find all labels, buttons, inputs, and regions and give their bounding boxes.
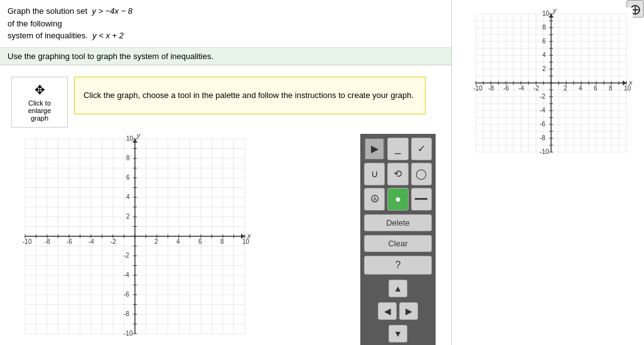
tool-hint: Click the graph, choose a tool in the pa… bbox=[74, 77, 426, 114]
delete-button[interactable]: Delete bbox=[364, 214, 432, 231]
instruction-text: Use the graphing tool to graph the syste… bbox=[8, 52, 213, 61]
enlarge-graph-button[interactable]: ✥ Click toenlargegraph bbox=[11, 77, 68, 128]
problem-line1: Graph the solution set y > −4x − 8 bbox=[8, 6, 132, 16]
toolbar-row-3: ☮ ● ━━ bbox=[364, 188, 432, 211]
dot-tool-button[interactable]: ● bbox=[387, 188, 408, 211]
right-graph-wrapper bbox=[457, 8, 633, 165]
circle-tool-button[interactable]: ◯ bbox=[411, 163, 432, 185]
inequality-2: y < x + 2 bbox=[92, 31, 124, 40]
enlarge-icon: ✥ bbox=[35, 82, 45, 97]
nav-up-row: ▲ bbox=[364, 280, 432, 297]
instruction-bar: Use the graphing tool to graph the syste… bbox=[0, 48, 451, 65]
problem-line2: of the following bbox=[8, 19, 62, 28]
line-tool-button[interactable]: ⎯ bbox=[387, 138, 408, 160]
select-tool-button[interactable]: ▶ bbox=[364, 138, 385, 160]
toolbar-row-1: ▶ ⎯ ✓ bbox=[364, 138, 432, 160]
nav-down-row: ▼ bbox=[364, 325, 432, 342]
clear-button[interactable]: Clear bbox=[364, 235, 432, 252]
help-button[interactable]: ? bbox=[364, 256, 432, 275]
nav-right-button[interactable]: ▶ bbox=[399, 302, 418, 320]
union-tool-button[interactable]: ∪ bbox=[364, 163, 385, 185]
graph-canvas-area: ▶ ⎯ ✓ ∪ ⟲ ◯ ☮ ● ━━ Delete Clear bbox=[0, 128, 451, 346]
problem-text: Graph the solution set y > −4x − 8 of th… bbox=[0, 0, 451, 48]
lines-tool-button[interactable]: ━━ bbox=[411, 188, 432, 211]
nav-down-button[interactable]: ▼ bbox=[389, 325, 407, 342]
toolbar-panel: ▶ ⎯ ✓ ∪ ⟲ ◯ ☮ ● ━━ Delete Clear bbox=[360, 134, 436, 346]
main-graph[interactable] bbox=[6, 133, 251, 346]
inequality-1: y > −4x − 8 bbox=[92, 6, 132, 16]
nav-horiz-row: ◀ ▶ bbox=[364, 302, 432, 320]
shade-tool-button[interactable]: ☮ bbox=[364, 188, 385, 211]
enlarge-label: Click toenlargegraph bbox=[28, 99, 51, 122]
check-tool-button[interactable]: ✓ bbox=[411, 138, 432, 160]
right-panel: ⨁ bbox=[452, 0, 644, 345]
left-panel: Graph the solution set y > −4x − 8 of th… bbox=[0, 0, 452, 345]
problem-line3: system of inequalities. y < x + 2 bbox=[8, 31, 124, 40]
toolbar-row-2: ∪ ⟲ ◯ bbox=[364, 163, 432, 185]
nav-left-button[interactable]: ◀ bbox=[378, 302, 397, 320]
nav-up-button[interactable]: ▲ bbox=[389, 280, 407, 297]
tool-hint-text: Click the graph, choose a tool in the pa… bbox=[83, 90, 414, 100]
right-graph[interactable] bbox=[457, 8, 633, 165]
curve-tool-button[interactable]: ⟲ bbox=[387, 163, 408, 185]
